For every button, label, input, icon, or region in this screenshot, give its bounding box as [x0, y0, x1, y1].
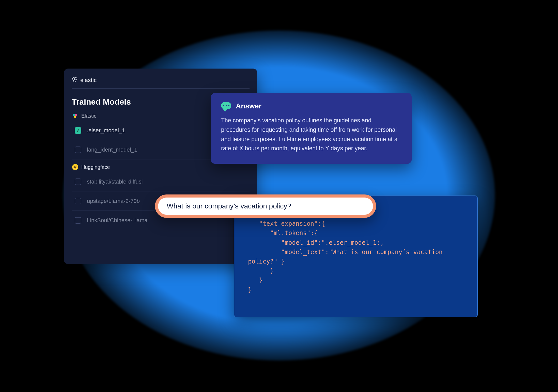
model-checkbox[interactable]	[75, 198, 81, 204]
model-group-name: Elastic	[81, 113, 96, 119]
model-name: lang_ident_model_1	[87, 146, 137, 153]
answer-body: The company’s vacation policy outlines t…	[221, 116, 401, 153]
model-checkbox[interactable]	[75, 127, 81, 134]
huggingface-icon: 🤗	[72, 164, 78, 170]
answer-panel: Answer The company’s vacation policy out…	[211, 93, 412, 164]
svg-point-5	[74, 116, 76, 118]
elastic-logo-icon	[72, 77, 78, 84]
speech-bubble-icon	[221, 102, 231, 110]
brand-row: elastic	[72, 77, 250, 89]
model-row[interactable]: stabilityai/stable-diffusi	[72, 172, 250, 191]
model-checkbox[interactable]	[75, 146, 81, 153]
answer-title: Answer	[236, 102, 261, 110]
elastic-cluster-icon	[72, 113, 78, 119]
model-group-name: Huggingface	[81, 164, 110, 170]
brand-name: elastic	[80, 77, 97, 84]
model-name: .elser_model_1	[87, 127, 125, 134]
search-input[interactable]: What is our company’s vacation policy?	[167, 202, 291, 210]
model-group-header: 🤗Huggingface	[72, 164, 250, 170]
model-name: stabilityai/stable-diffusi	[87, 178, 143, 185]
model-checkbox[interactable]	[75, 217, 81, 224]
model-name: upstage/Llama-2-70b	[87, 198, 140, 204]
model-name: LinkSoul/Chinese-Llama	[87, 217, 147, 224]
model-checkbox[interactable]	[75, 178, 81, 185]
svg-point-2	[73, 79, 76, 82]
code-body: "query": { "text-expansion":{ "ml.tokens…	[239, 210, 473, 295]
search-pill[interactable]: What is our company’s vacation policy?	[155, 194, 376, 218]
